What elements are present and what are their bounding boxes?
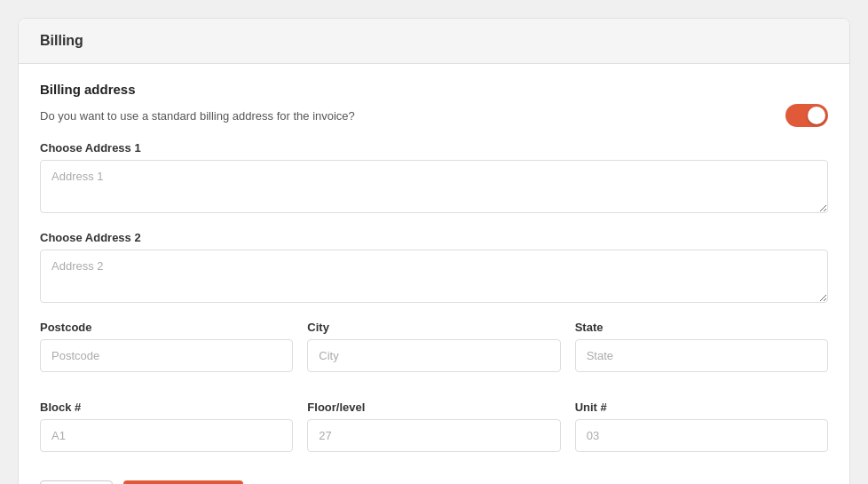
row-block-floor-unit: Block # Floor/level Unit # (40, 401, 828, 466)
unit-label: Unit # (575, 401, 828, 414)
floor-group: Floor/level (307, 401, 560, 452)
unit-input[interactable] (575, 419, 828, 452)
address2-input[interactable] (40, 250, 828, 303)
address2-label: Choose Address 2 (40, 231, 828, 244)
address1-group: Choose Address 1 (40, 141, 828, 217)
cancel-button[interactable]: Cancel (40, 480, 113, 484)
city-group: City (307, 321, 560, 372)
toggle-track (785, 104, 828, 127)
save-button[interactable]: Save changes (123, 480, 243, 484)
city-label: City (307, 321, 560, 334)
block-label: Block # (40, 401, 293, 414)
card-body: Billing address Do you want to use a sta… (19, 64, 849, 484)
toggle-row: Do you want to use a standard billing ad… (40, 104, 828, 127)
postcode-label: Postcode (40, 321, 293, 334)
row-postcode-city-state: Postcode City State (40, 321, 828, 386)
city-input[interactable] (307, 339, 560, 372)
billing-card: Billing Billing address Do you want to u… (18, 18, 850, 484)
state-input[interactable] (575, 339, 828, 372)
floor-input[interactable] (307, 419, 560, 452)
card-title: Billing (40, 33, 828, 49)
section-title: Billing address (40, 82, 828, 97)
block-input[interactable] (40, 419, 293, 452)
postcode-input[interactable] (40, 339, 293, 372)
address1-label: Choose Address 1 (40, 141, 828, 155)
postcode-group: Postcode (40, 321, 293, 372)
unit-group: Unit # (575, 401, 828, 452)
block-group: Block # (40, 401, 293, 452)
address1-input[interactable] (40, 160, 828, 213)
toggle-thumb (808, 107, 825, 124)
floor-label: Floor/level (307, 401, 560, 414)
card-header: Billing (19, 19, 849, 64)
billing-toggle[interactable] (785, 104, 828, 127)
toggle-label: Do you want to use a standard billing ad… (40, 109, 355, 123)
state-label: State (575, 321, 828, 334)
state-group: State (575, 321, 828, 372)
button-row: Cancel Save changes (40, 480, 828, 484)
address2-group: Choose Address 2 (40, 231, 828, 306)
